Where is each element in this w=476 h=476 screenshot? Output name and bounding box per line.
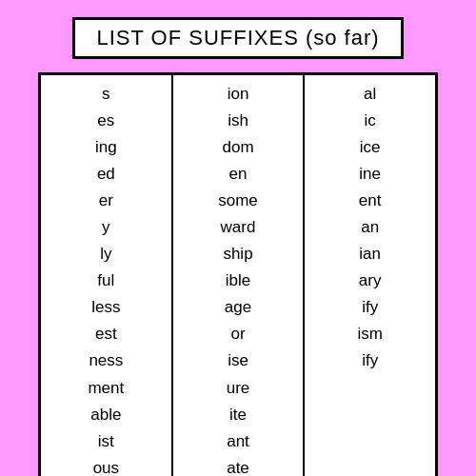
list-item: an [361, 214, 379, 241]
suffix-column-1: sesingederylyfullessestnessmentableistou… [41, 75, 173, 476]
list-item: ite [229, 402, 247, 428]
list-item: s [102, 81, 110, 108]
list-item: al [364, 81, 376, 108]
list-item: ant [227, 428, 249, 455]
list-item: er [99, 188, 113, 214]
list-item: ful [97, 268, 114, 294]
suffix-column-2: ionishdomensomewardshipibleageoriseureit… [173, 75, 306, 476]
list-item: ing [95, 134, 117, 161]
list-item: ify [362, 294, 378, 321]
suffixes-table: sesingederylyfullessestnessmentableistou… [38, 72, 438, 476]
list-item: es [97, 108, 114, 134]
list-item: ism [357, 321, 382, 347]
list-item: some [218, 188, 258, 214]
list-item: able [90, 402, 121, 428]
list-item: ary [359, 268, 382, 294]
list-item: ise [228, 347, 248, 374]
suffix-column-3: aliciceineentanianaryifyismify [305, 75, 435, 476]
list-item: en [229, 161, 248, 188]
list-item: ify [362, 347, 378, 374]
list-item: age [225, 294, 251, 321]
list-item: ness [89, 347, 123, 374]
list-item: est [95, 321, 117, 347]
list-item: ward [221, 214, 256, 241]
list-item: ic [365, 108, 376, 134]
list-item: ine [359, 161, 381, 188]
list-item: ion [228, 81, 249, 108]
list-item: ed [97, 161, 115, 188]
title-box: LIST OF SUFFIXES (so far) [72, 17, 403, 59]
list-item: or [230, 321, 245, 347]
list-item: ous [93, 455, 119, 476]
list-item: ian [359, 241, 381, 268]
table-inner: sesingederylyfullessestnessmentableistou… [41, 75, 435, 476]
list-item: less [91, 294, 120, 321]
list-item: ship [223, 241, 252, 268]
list-item: ly [100, 241, 111, 268]
list-item: y [102, 214, 110, 241]
page-title: LIST OF SUFFIXES (so far) [96, 26, 379, 50]
list-item: ment [88, 375, 124, 402]
list-item: ible [226, 268, 250, 294]
list-item: ish [228, 108, 248, 134]
list-item: ate [227, 455, 249, 476]
list-item: ure [227, 375, 250, 402]
list-item: ice [360, 134, 381, 161]
list-item: ent [359, 188, 382, 214]
list-item: dom [222, 134, 253, 161]
list-item: ist [98, 428, 114, 455]
